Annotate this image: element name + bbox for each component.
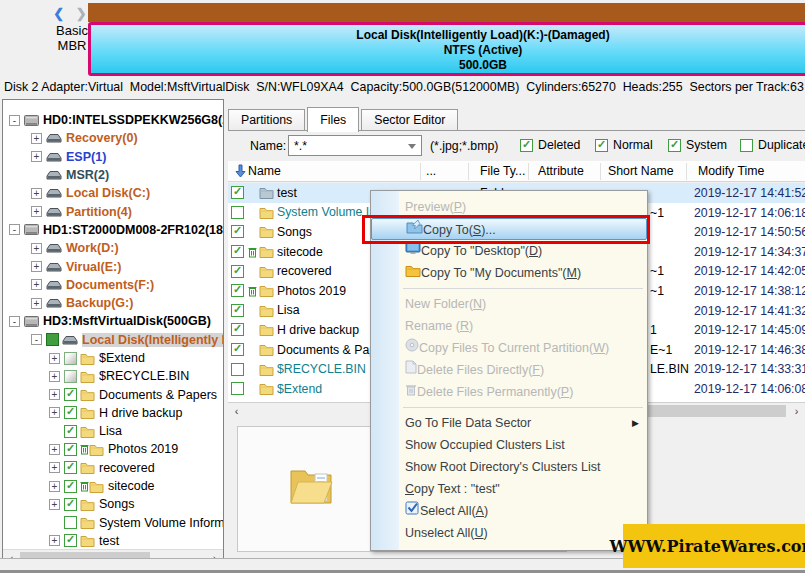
column-divider[interactable]: [600, 163, 601, 180]
file-checkbox[interactable]: [231, 225, 244, 238]
filter-checkbox-deleted[interactable]: Deleted: [520, 138, 580, 152]
collapse-icon[interactable]: -: [9, 224, 20, 235]
name-filter-combobox[interactable]: *.*: [288, 135, 422, 156]
tab-files[interactable]: Files: [307, 107, 359, 132]
tree-item[interactable]: -HD3:MsftVirtualDisk(500GB): [3, 312, 224, 330]
tree-checkbox[interactable]: [46, 333, 59, 346]
column-header-name[interactable]: Name: [248, 164, 281, 178]
tree-item[interactable]: -HD1:ST2000DM008-2FR102(18: [3, 221, 224, 239]
tree-item[interactable]: +Backup(G:): [3, 294, 224, 312]
checkbox-icon[interactable]: [740, 139, 753, 152]
collapse-icon[interactable]: -: [9, 115, 20, 126]
filter-checkbox-system[interactable]: System: [668, 138, 727, 152]
tree-item[interactable]: +Documents & Papers: [3, 385, 224, 403]
tree-item[interactable]: +Virual(E:): [3, 257, 224, 275]
column-divider[interactable]: [686, 163, 687, 180]
tree-item[interactable]: -HD0:INTELSSDPEKKW256G8(2: [3, 111, 224, 129]
file-checkbox[interactable]: [231, 206, 244, 219]
expand-icon[interactable]: +: [49, 462, 60, 473]
menu-item-copy-to-s[interactable]: Copy To(S)...: [371, 218, 647, 240]
menu-item-copy-to-desktop-d[interactable]: Copy To "Desktop"(D): [371, 240, 647, 262]
tree-checkbox[interactable]: [64, 370, 77, 383]
file-checkbox[interactable]: [231, 304, 244, 317]
tree-item[interactable]: -Local Disk(Intelligently Load)(K:): [3, 331, 224, 349]
tree-item[interactable]: +Recovery(0): [3, 129, 224, 147]
tab-sector-editor[interactable]: Sector Editor: [361, 109, 458, 131]
file-checkbox[interactable]: [231, 245, 244, 258]
expand-icon[interactable]: +: [49, 444, 60, 455]
tree-checkbox[interactable]: [64, 443, 77, 456]
column-header-[interactable]: ...: [426, 164, 436, 178]
tree-checkbox[interactable]: [64, 516, 77, 529]
expand-icon[interactable]: +: [31, 206, 42, 217]
menu-item-go-to-file-data-sector[interactable]: Go To File Data Sector▶: [371, 412, 647, 434]
sort-descending-icon[interactable]: [235, 164, 246, 178]
expand-icon[interactable]: +: [49, 371, 60, 382]
chevron-down-icon[interactable]: [408, 144, 416, 149]
tree-item[interactable]: +$RECYCLE.BIN: [3, 367, 224, 385]
tree-item[interactable]: +Documents(F:): [3, 276, 224, 294]
tree-checkbox[interactable]: [64, 480, 77, 493]
column-header-shortname[interactable]: Short Name: [608, 164, 674, 178]
tree-item[interactable]: +recovered: [3, 459, 224, 477]
tree-item[interactable]: +Photos 2019: [3, 440, 224, 458]
column-header-modifytime[interactable]: Modify Time: [698, 164, 764, 178]
tree-item[interactable]: +test: [3, 532, 224, 550]
column-divider[interactable]: [420, 163, 421, 180]
expand-icon[interactable]: +: [49, 407, 60, 418]
expand-icon[interactable]: +: [31, 298, 42, 309]
checkbox-icon[interactable]: [595, 139, 608, 152]
expand-icon[interactable]: +: [49, 389, 60, 400]
menu-item-select-all-a[interactable]: Select All(A): [371, 500, 647, 522]
tree-checkbox[interactable]: [64, 498, 77, 511]
tree-item[interactable]: +$Extend: [3, 349, 224, 367]
tree-checkbox[interactable]: [64, 388, 77, 401]
tree-item[interactable]: +Local Disk(C:): [3, 184, 224, 202]
filter-checkbox-duplicate[interactable]: Duplicate: [740, 138, 805, 152]
selected-partition-banner[interactable]: Local Disk(Intelligently Load)(K:)-(Dama…: [88, 22, 805, 76]
column-divider[interactable]: [468, 163, 469, 180]
column-header-attribute[interactable]: Attribute: [538, 164, 584, 178]
tree-checkbox[interactable]: [64, 425, 77, 438]
scroll-right-icon[interactable]: ›: [789, 404, 804, 418]
filter-checkbox-normal[interactable]: Normal: [595, 138, 653, 152]
tree-item[interactable]: +Work(D:): [3, 239, 224, 257]
file-checkbox[interactable]: [231, 284, 244, 297]
scroll-left-icon[interactable]: ‹: [229, 404, 244, 418]
tree-checkbox[interactable]: [64, 461, 77, 474]
tree-checkbox[interactable]: [64, 352, 77, 365]
expand-icon[interactable]: +: [49, 353, 60, 364]
expand-icon[interactable]: +: [31, 261, 42, 272]
menu-item-copy-to-my-documents-m[interactable]: Copy To "My Documents"(M): [371, 262, 647, 284]
tree-item[interactable]: +Partition(4): [3, 202, 224, 220]
file-checkbox[interactable]: [231, 363, 244, 376]
tree-item[interactable]: +H drive backup: [3, 404, 224, 422]
tree-item[interactable]: +Songs: [3, 495, 224, 513]
expand-icon[interactable]: +: [31, 133, 42, 144]
column-divider[interactable]: [528, 163, 529, 180]
tree-item[interactable]: Lisa: [3, 422, 224, 440]
file-checkbox[interactable]: [231, 382, 244, 395]
expand-icon[interactable]: +: [31, 279, 42, 290]
file-checkbox[interactable]: [231, 343, 244, 356]
tree-checkbox[interactable]: [64, 534, 77, 547]
checkbox-icon[interactable]: [668, 139, 681, 152]
tree-item[interactable]: System Volume Inform: [3, 514, 224, 532]
tab-partitions[interactable]: Partitions: [228, 109, 305, 131]
menu-item-show-occupied-clusters-list[interactable]: Show Occupied Clusters List: [371, 434, 647, 456]
file-checkbox[interactable]: [231, 265, 244, 278]
checkbox-icon[interactable]: [520, 139, 533, 152]
file-checkbox[interactable]: [231, 323, 244, 336]
expand-icon[interactable]: +: [31, 188, 42, 199]
tree-item[interactable]: +sitecode: [3, 477, 224, 495]
tree-checkbox[interactable]: [64, 406, 77, 419]
expand-icon[interactable]: +: [49, 499, 60, 510]
expand-icon[interactable]: +: [31, 151, 42, 162]
collapse-icon[interactable]: -: [31, 334, 42, 345]
expand-icon[interactable]: +: [49, 481, 60, 492]
menu-item-copy-text-test[interactable]: Copy Text : "test": [371, 478, 647, 500]
file-checkbox[interactable]: [231, 186, 244, 199]
column-header-filety[interactable]: File Ty...: [480, 164, 525, 178]
collapse-icon[interactable]: -: [9, 316, 20, 327]
navigate-back-icon[interactable]: ❮: [53, 6, 68, 21]
